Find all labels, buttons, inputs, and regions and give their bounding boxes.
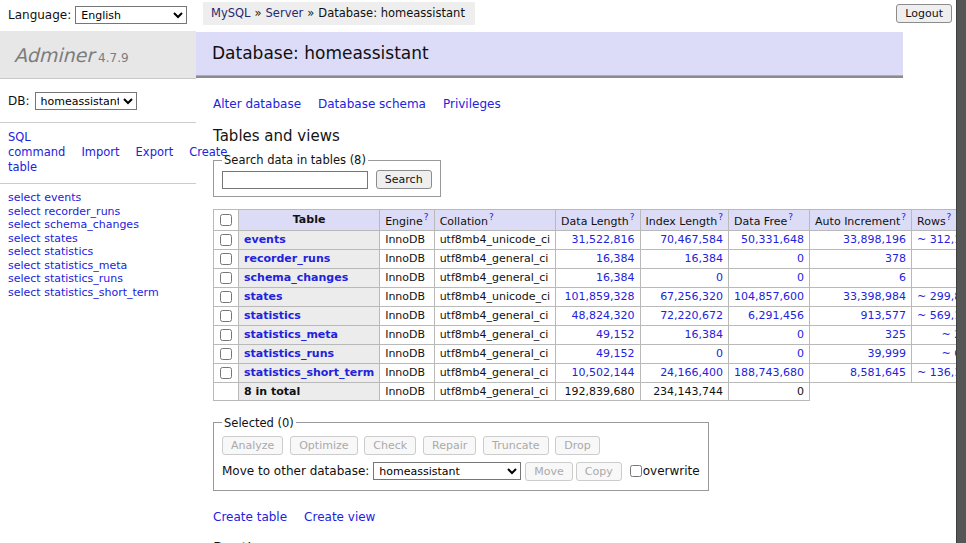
auto_increment-value-link[interactable]: 39,999 [868, 347, 907, 360]
data_free-value-link[interactable]: 0 [797, 347, 804, 360]
data_length-value-link[interactable]: 48,824,320 [572, 309, 635, 322]
data_free-value-link[interactable]: 0 [797, 252, 804, 265]
sidebar-table-link[interactable]: select statistics_runs [8, 272, 123, 285]
data_free-value-link[interactable]: 0 [797, 328, 804, 341]
sidebar-action-link[interactable]: Export [136, 145, 174, 159]
row-checkbox[interactable] [220, 367, 232, 379]
search-button[interactable]: Search [376, 170, 432, 189]
select-all-checkbox[interactable] [220, 214, 232, 226]
breadcrumb-mysql[interactable]: MySQL [211, 6, 251, 20]
sidebar-table-link[interactable]: select statistics_short_term [8, 286, 159, 299]
table-name-link[interactable]: statistics_meta [244, 328, 338, 341]
data_length-cell: 48,824,320 [556, 306, 640, 325]
row-checkbox[interactable] [220, 329, 232, 341]
index_length-value-link[interactable]: 70,467,584 [660, 233, 723, 246]
sidebar-table-link[interactable]: select schema_changes [8, 218, 139, 231]
auto_increment-value-link[interactable]: 6 [899, 271, 906, 284]
help-icon[interactable]: ? [901, 212, 906, 222]
data_free-value-link[interactable]: 188,743,680 [734, 366, 804, 379]
sidebar-action-link[interactable]: Import [81, 145, 119, 159]
move-db-select[interactable]: homeassistant [373, 462, 521, 480]
index_length-value-link[interactable]: 0 [716, 271, 723, 284]
data_length-value-link[interactable]: 31,522,816 [572, 233, 635, 246]
index_length-value-link[interactable]: 0 [716, 347, 723, 360]
table-name-link[interactable]: recorder_runs [244, 252, 330, 265]
auto_increment-value-link[interactable]: 33,898,196 [843, 233, 906, 246]
table-name-link[interactable]: schema_changes [244, 271, 348, 284]
table-name-link[interactable]: statistics_short_term [244, 366, 374, 379]
vertical-scrollbar[interactable] [956, 0, 966, 543]
row-checkbox[interactable] [220, 272, 232, 284]
sidebar-table-link[interactable]: select statistics_meta [8, 259, 127, 272]
database-action-link[interactable]: Alter database [213, 97, 301, 111]
sidebar-table-link[interactable]: select events [8, 191, 81, 204]
index_length-value-link[interactable]: 16,384 [685, 328, 724, 341]
data_length-value-link[interactable]: 49,152 [596, 328, 635, 341]
help-icon[interactable]: ? [489, 212, 494, 222]
auto_increment-value-link[interactable]: 378 [885, 252, 906, 265]
data_length-value-link[interactable]: 101,859,328 [565, 290, 635, 303]
table-name-link[interactable]: events [244, 233, 286, 246]
data_length-value-link[interactable]: 16,384 [596, 252, 635, 265]
help-icon[interactable]: ? [718, 212, 723, 222]
overwrite-checkbox[interactable] [630, 465, 642, 477]
index_length-value-link[interactable]: 67,256,320 [660, 290, 723, 303]
language-select[interactable]: English [75, 6, 187, 24]
search-input[interactable] [222, 171, 368, 189]
table-name-link[interactable]: statistics [244, 309, 301, 322]
data_free-value-link[interactable]: 6,291,456 [748, 309, 804, 322]
sidebar-table-link[interactable]: select states [8, 232, 78, 245]
create-link[interactable]: Create table [213, 510, 287, 524]
sidebar-table-link-item: select events [8, 191, 196, 205]
index_length-value-link[interactable]: 16,384 [685, 252, 724, 265]
sidebar-table-link-item: select statistics [8, 245, 196, 259]
data_free-value-link[interactable]: 0 [797, 271, 804, 284]
help-icon[interactable]: ? [630, 212, 635, 222]
total-data-length: 192,839,680 [556, 382, 640, 400]
help-icon[interactable]: ? [947, 212, 952, 222]
help-icon[interactable]: ? [788, 212, 793, 222]
sidebar-action-link[interactable]: SQL command [8, 130, 65, 159]
auto_increment-value-link[interactable]: 8,581,645 [850, 366, 906, 379]
table-row: schema_changesInnoDButf8mb4_general_ci16… [214, 268, 966, 287]
breadcrumb-server[interactable]: Server [266, 6, 304, 20]
row-checkbox[interactable] [220, 253, 232, 265]
row-checkbox[interactable] [220, 310, 232, 322]
sidebar-table-link[interactable]: select statistics [8, 245, 93, 258]
total-label: 8 in total [239, 382, 380, 400]
table-name-link[interactable]: states [244, 290, 283, 303]
data_length-value-link[interactable]: 10,502,144 [572, 366, 635, 379]
table-row: statisticsInnoDButf8mb4_general_ci48,824… [214, 306, 966, 325]
auto_increment-value-link[interactable]: 913,577 [861, 309, 907, 322]
data_length-value-link[interactable]: 49,152 [596, 347, 635, 360]
index_length-value-link[interactable]: 72,220,672 [660, 309, 723, 322]
auto_increment-value-link[interactable]: 33,398,984 [843, 290, 906, 303]
data_free-cell: 0 [729, 344, 810, 363]
auto_increment-value-link[interactable]: 325 [885, 328, 906, 341]
logout-button[interactable]: Logout [896, 4, 952, 23]
data_free-value-link[interactable]: 104,857,600 [734, 290, 804, 303]
table-name-link[interactable]: statistics_runs [244, 347, 334, 360]
data_length-value-link[interactable]: 16,384 [596, 271, 635, 284]
create-links: Create tableCreate view [213, 510, 903, 524]
sidebar-table-link-item: select statistics_runs [8, 272, 196, 286]
data_free-value-link[interactable]: 50,331,648 [741, 233, 804, 246]
create-link[interactable]: Create view [304, 510, 375, 524]
move-row: Move to other database:homeassistantMove… [222, 462, 700, 481]
help-icon[interactable]: ? [424, 212, 429, 222]
total-engine: InnoDB [380, 382, 434, 400]
db-select[interactable]: homeassistant [35, 92, 137, 110]
database-action-link[interactable]: Database schema [318, 97, 426, 111]
row-checkbox[interactable] [220, 291, 232, 303]
tables-header-row: TableEngine?Collation?Data Length?Index … [214, 210, 966, 231]
index_length-cell: 70,467,584 [640, 230, 729, 249]
index_length-cell: 72,220,672 [640, 306, 729, 325]
index_length-value-link[interactable]: 24,166,400 [660, 366, 723, 379]
sidebar-table-link[interactable]: select recorder_runs [8, 205, 120, 218]
row-checkbox[interactable] [220, 348, 232, 360]
database-action-link[interactable]: Privileges [443, 97, 501, 111]
tables-section-title: Tables and views [213, 127, 903, 145]
row-checkbox[interactable] [220, 234, 232, 246]
adminer-logo[interactable]: Adminer [14, 44, 94, 66]
sidebar-table-link-item: select statistics_meta [8, 259, 196, 273]
